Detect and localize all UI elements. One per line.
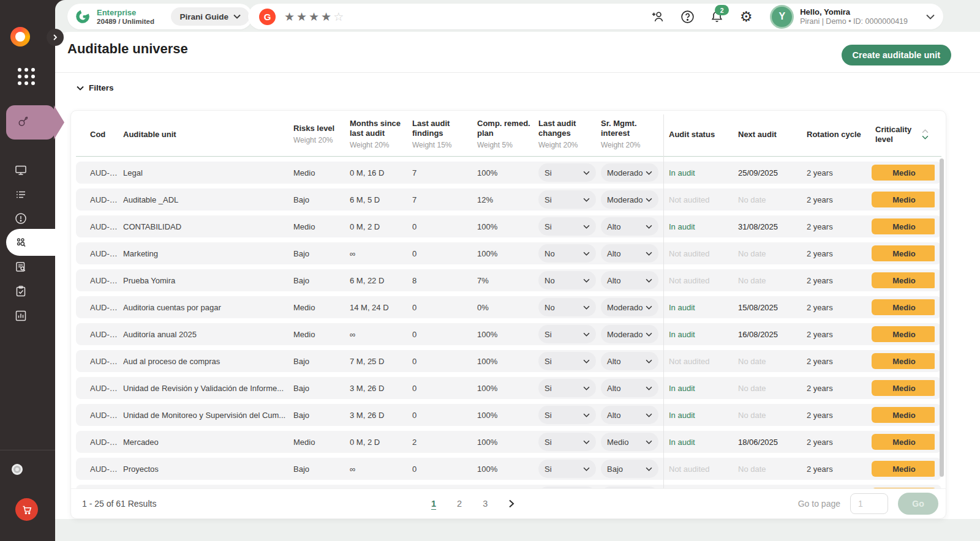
settings-button[interactable]: ⚙ — [738, 9, 754, 24]
plan-usage: 20489 / Unlimited — [97, 17, 154, 26]
rating-stars[interactable]: ★★★★☆ — [284, 10, 345, 24]
sidebar-item-audit-plan[interactable] — [13, 284, 28, 299]
risks-level-value: Bajo — [293, 465, 350, 474]
unit-cod: AUD-42 — [90, 438, 123, 447]
person-plus-icon — [650, 9, 666, 24]
page-button-3[interactable]: 3 — [483, 499, 488, 509]
last-audit-changes-select[interactable]: Si — [538, 352, 596, 370]
store-cart-button[interactable] — [15, 498, 38, 521]
sr-mgmt-interest-select[interactable]: Moderado — [601, 325, 658, 343]
sidebar-item-document-search[interactable] — [13, 259, 28, 274]
sidebar-item-explore-tag[interactable] — [6, 105, 55, 140]
sr-mgmt-interest-select[interactable]: Moderado — [601, 163, 658, 182]
rotation-cycle-value: 2 years — [801, 411, 870, 420]
chevron-down-icon — [583, 413, 590, 417]
account-chevron-down-icon[interactable] — [926, 14, 935, 20]
app-logo-donut-icon[interactable] — [10, 27, 30, 47]
apps-grid-icon[interactable] — [18, 68, 36, 86]
table-row[interactable]: AUD-57 Legal Medio 0 M, 16 D 7 100% Si M… — [76, 162, 941, 184]
sort-desc-icon[interactable] — [922, 135, 929, 140]
sr-mgmt-interest-select[interactable]: Medio — [601, 433, 658, 451]
go-button[interactable]: Go — [898, 493, 938, 515]
audit-status-value: Not audited — [663, 465, 733, 474]
audit-status-value: Not audited — [663, 195, 733, 204]
last-audit-changes-select[interactable]: Si — [538, 460, 596, 478]
sr-mgmt-interest-select[interactable]: Alto — [601, 352, 658, 370]
last-audit-changes-select[interactable]: Si — [538, 217, 596, 236]
next-audit-value: No date — [733, 465, 801, 474]
table-row[interactable]: AUD-41 Unidad de Monitoreo y Supervisión… — [76, 404, 941, 426]
table-row[interactable]: AUD-42 Mercadeo Medio 0 M, 2 D 2 100% Si… — [76, 431, 941, 453]
next-page-chevron-icon[interactable] — [508, 499, 514, 508]
last-audit-changes-select[interactable]: Si — [538, 433, 596, 451]
last-audit-changes-select[interactable]: No — [538, 271, 596, 289]
table-row[interactable]: AUD-52 Aud al proceso de compras Bajo 7 … — [76, 350, 941, 372]
sr-mgmt-interest-select[interactable]: Alto — [601, 379, 658, 397]
sr-mgmt-interest-select[interactable]: Bajo — [601, 460, 658, 478]
column-group-divider — [663, 114, 664, 494]
audit-status-value: Not audited — [663, 276, 733, 285]
chevron-down-icon — [646, 278, 652, 283]
risks-level-value: Medio — [293, 303, 350, 312]
page-button-1[interactable]: 1 — [431, 499, 436, 509]
sidebar-collapse-button[interactable] — [47, 29, 64, 46]
table-row[interactable]: AUD-53 Auditoría anual 2025 Medio ∞ 0 10… — [76, 323, 941, 345]
sidebar-item-processes[interactable] — [13, 187, 28, 202]
sr-mgmt-interest-select[interactable]: Alto — [601, 406, 658, 424]
help-button[interactable] — [679, 9, 695, 24]
sidebar-item-dashboard[interactable] — [13, 163, 28, 177]
next-audit-value: No date — [733, 411, 801, 420]
sidebar-item-alerts[interactable] — [13, 211, 28, 226]
unit-cod: AUD-41 — [90, 411, 123, 420]
interest-cell: Alto — [601, 406, 663, 424]
sidebar-item-reports[interactable] — [13, 308, 28, 323]
next-audit-value: No date — [733, 357, 801, 366]
notifications-button[interactable]: 2 — [709, 9, 725, 24]
vertical-scrollbar[interactable] — [940, 159, 944, 477]
create-auditable-unit-button[interactable]: Create auditable unit — [842, 45, 951, 65]
criticality-sort-control[interactable] — [922, 129, 929, 140]
sr-mgmt-interest-select[interactable]: Moderado — [601, 190, 658, 209]
last-audit-changes-select[interactable]: Si — [538, 190, 596, 209]
filters-toggle[interactable]: Filters — [77, 83, 114, 92]
sidebar — [0, 0, 55, 541]
sr-mgmt-interest-select[interactable]: Alto — [601, 217, 658, 236]
table-row[interactable]: AUD-54 CONTABILIDAD Medio 0 M, 2 D 0 100… — [76, 215, 941, 237]
months-since-value: ∞ — [350, 465, 412, 474]
goto-page-input[interactable] — [850, 493, 888, 514]
table-row[interactable]: AUD-51 Auditoria cuentas por pagar Medio… — [76, 296, 941, 318]
table-row[interactable]: AUD-61 Auditable _ADL Bajo 6 M, 5 D 7 12… — [76, 188, 941, 211]
interest-cell: Bajo — [601, 460, 663, 478]
chevron-down-icon — [583, 332, 590, 337]
last-audit-changes-select[interactable]: Si — [538, 406, 596, 424]
table-row[interactable]: AUD-35 Unidad de Revisión y Validación d… — [76, 377, 941, 399]
audit-status-value: Not audited — [663, 357, 733, 366]
last-audit-changes-select[interactable]: No — [538, 298, 596, 316]
interest-cell: Alto — [601, 244, 663, 263]
table-row[interactable]: AUD-62 Marketing Bajo ∞ 0 100% No Alto N… — [76, 242, 941, 264]
sidebar-item-auditable-universe[interactable] — [13, 235, 28, 250]
comp-remed-value: 100% — [477, 438, 538, 447]
account-menu[interactable]: Y Hello, Yomira Pirani | Demo • ID: 0000… — [770, 5, 908, 29]
universe-search-icon — [14, 236, 28, 249]
changes-cell: Si — [538, 379, 601, 397]
last-audit-changes-select[interactable]: Si — [538, 163, 596, 182]
sr-mgmt-interest-select[interactable]: Alto — [601, 271, 658, 289]
sr-mgmt-interest-select[interactable]: Alto — [601, 244, 658, 263]
last-audit-changes-select[interactable]: Si — [538, 325, 596, 343]
page-button-2[interactable]: 2 — [457, 499, 462, 509]
sort-asc-icon[interactable] — [922, 129, 929, 133]
plan-pill: Enterprise 20489 / Unlimited Pirani Guid… — [67, 4, 252, 29]
last-audit-changes-select[interactable]: Si — [538, 379, 596, 397]
table-row[interactable]: AUD-63 Prueba Yomira Bajo 6 M, 22 D 8 7%… — [76, 269, 941, 291]
avatar: Y — [770, 5, 794, 29]
status-target-icon[interactable] — [12, 464, 23, 475]
pirani-guide-dropdown[interactable]: Pirani Guide — [171, 7, 249, 26]
chevron-down-icon — [233, 14, 241, 19]
findings-value: 7 — [412, 168, 477, 177]
invite-user-button[interactable] — [650, 9, 666, 24]
sr-mgmt-interest-select[interactable]: Moderado — [601, 298, 658, 316]
table-row[interactable]: AUD-58 Proyectos Bajo ∞ 0 100% Si Bajo N… — [76, 458, 941, 480]
last-audit-changes-select[interactable]: No — [538, 244, 596, 263]
months-since-value: ∞ — [350, 249, 412, 258]
